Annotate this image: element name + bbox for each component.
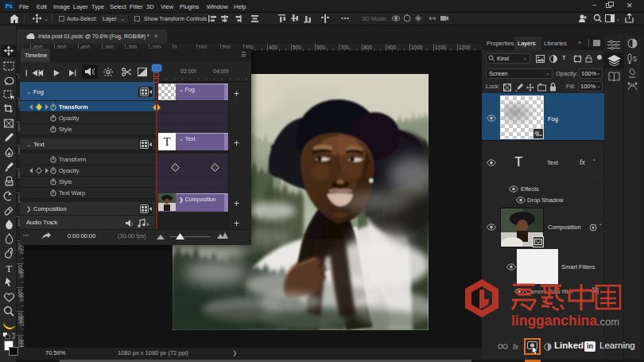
svg-text:): ) <box>131 221 133 226</box>
svg-text:T: T <box>6 263 12 274</box>
svg-text:5: 5 <box>633 55 637 63</box>
